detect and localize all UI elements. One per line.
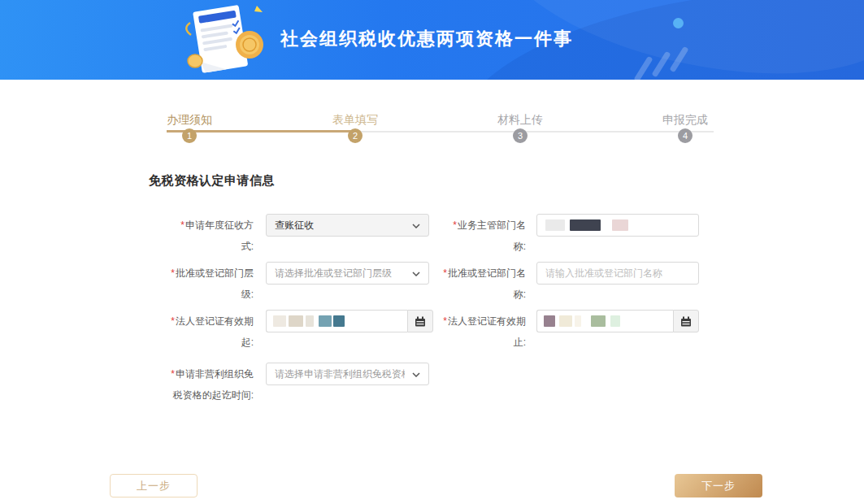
approval-name-input[interactable] bbox=[536, 262, 699, 285]
approval-level-select[interactable]: 请选择批准或登记部门层级 bbox=[266, 262, 429, 285]
field-label-tax-exempt-period: *申请非营利组织免 税资格的起讫时间: bbox=[154, 363, 254, 406]
required-asterisk: * bbox=[443, 267, 447, 279]
required-asterisk: * bbox=[180, 219, 185, 231]
header-banner: 社会组织税收优惠两项资格一件事 bbox=[0, 0, 864, 80]
calendar-icon[interactable] bbox=[673, 310, 699, 332]
date-value-area[interactable] bbox=[266, 310, 407, 332]
cert-valid-from-datepicker[interactable] bbox=[266, 310, 433, 332]
step-number-badge: 2 bbox=[348, 128, 363, 143]
page-title: 社会组织税收优惠两项资格一件事 bbox=[280, 27, 573, 51]
field-label-collection-method: *申请年度征收方 式: bbox=[154, 215, 254, 257]
date-value-area[interactable] bbox=[536, 310, 673, 332]
step-label: 表单填写 bbox=[306, 113, 404, 128]
tax-exempt-period-select[interactable]: 请选择申请非营利组织免税资格的起讫时间 bbox=[266, 363, 429, 385]
previous-step-button[interactable]: 上一步 bbox=[110, 474, 198, 497]
step-label: 办理须知 bbox=[141, 113, 238, 128]
section-title: 免税资格认定申请信息 bbox=[149, 173, 275, 189]
field-label-dept-name: *业务主管部门名 称: bbox=[427, 215, 526, 257]
required-asterisk: * bbox=[171, 368, 175, 380]
field-label-cert-valid-from: *法人登记证有效期 起: bbox=[154, 311, 254, 353]
field-label-approval-name: *批准或登记部门名 称: bbox=[427, 263, 526, 305]
field-label-cert-valid-to: *法人登记证有效期 止: bbox=[427, 311, 526, 353]
header-dot-decoration bbox=[673, 18, 684, 28]
dept-name-input[interactable] bbox=[536, 214, 699, 237]
chevron-down-icon bbox=[412, 368, 420, 380]
step-label: 材料上传 bbox=[471, 113, 569, 128]
redacted-value bbox=[544, 315, 620, 327]
redacted-value bbox=[545, 219, 628, 231]
step-number-badge: 4 bbox=[678, 128, 693, 143]
step-number-badge: 3 bbox=[513, 128, 528, 143]
step-number-badge: 1 bbox=[182, 128, 197, 143]
required-asterisk: * bbox=[171, 315, 175, 327]
redacted-value bbox=[273, 315, 345, 327]
required-asterisk: * bbox=[453, 219, 457, 231]
required-asterisk: * bbox=[171, 267, 175, 279]
required-asterisk: * bbox=[443, 315, 447, 327]
collection-method-select[interactable]: 查账征收 bbox=[266, 214, 429, 237]
page: 社会组织税收优惠两项资格一件事 办理须知 1 表单填写 2 材料上传 3 申报完… bbox=[0, 0, 864, 504]
step-label: 申报完成 bbox=[636, 113, 734, 128]
select-value: 查账征收 bbox=[275, 219, 314, 232]
cert-valid-to-datepicker[interactable] bbox=[536, 310, 699, 332]
field-label-approval-level: *批准或登记部门层 级: bbox=[154, 263, 254, 305]
select-placeholder: 请选择批准或登记部门层级 bbox=[275, 267, 392, 280]
chevron-down-icon bbox=[412, 219, 420, 231]
next-step-button[interactable]: 下一步 bbox=[675, 474, 762, 497]
chevron-down-icon bbox=[412, 267, 420, 279]
select-placeholder: 请选择申请非营利组织免税资格的起讫时间 bbox=[275, 367, 405, 381]
document-coins-icon bbox=[176, 2, 271, 80]
